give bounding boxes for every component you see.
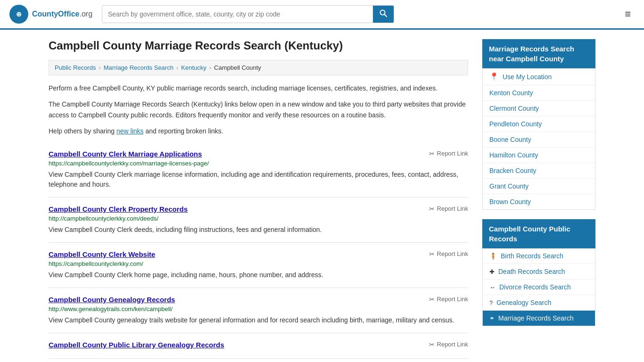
result-header-2: Campbell County Clerk Property Records ✂… [49, 205, 468, 213]
header: ⊕ CountyOffice.org ≡ [0, 0, 644, 30]
result-item-5: Campbell County Public Library Genealogy… [49, 333, 468, 359]
new-links-link[interactable]: new links [116, 127, 144, 135]
sidebar-item-pendleton[interactable]: Pendleton County [483, 116, 595, 132]
sidebar-item-divorce-records[interactable]: ↔ Divorce Records Search [483, 280, 595, 295]
sidebar-section2-list: 🧍 Birth Records Search ✚ Death Records S… [482, 248, 595, 326]
result-url-3[interactable]: https://campbellcountyclerkky.com/ [49, 260, 468, 267]
sidebar-item-clermont[interactable]: Clermont County [483, 101, 595, 116]
sidebar-item-grant[interactable]: Grant County [483, 179, 595, 194]
result-header-3: Campbell County Clerk Website ✂ Report L… [49, 250, 468, 258]
search-bar [102, 5, 394, 23]
description-1: Perform a free Campbell County, KY publi… [49, 83, 468, 93]
question-icon: ? [489, 299, 493, 306]
result-item-2: Campbell County Clerk Property Records ✂… [49, 197, 468, 243]
search-input[interactable] [102, 6, 373, 23]
search-button[interactable] [373, 6, 394, 23]
report-link-1[interactable]: ✂ Report Link [429, 150, 468, 157]
sidebar-section-nearby: Marriage Records Search near Campbell Co… [482, 39, 595, 210]
report-icon-1: ✂ [429, 150, 435, 157]
breadcrumb-link-marriage-records[interactable]: Marriage Records Search [104, 64, 173, 71]
sidebar-item-death-records[interactable]: ✚ Death Records Search [483, 264, 595, 280]
sidebar-item-bracken[interactable]: Bracken County [483, 163, 595, 179]
result-title-1[interactable]: Campbell County Clerk Marriage Applicati… [49, 150, 202, 158]
description-3: Help others by sharing new links and rep… [49, 126, 468, 136]
report-link-2[interactable]: ✂ Report Link [429, 205, 468, 213]
report-icon-2: ✂ [429, 205, 435, 213]
result-url-2[interactable]: http://campbellcountyclerkky.com/deeds/ [49, 215, 468, 222]
menu-button[interactable]: ≡ [621, 6, 635, 22]
report-icon-5: ✂ [429, 341, 435, 348]
sidebar-section1-header: Marriage Records Search near Campbell Co… [482, 39, 595, 68]
page-title: Campbell County Marriage Records Search … [49, 39, 468, 52]
sidebar-item-kenton[interactable]: Kenton County [483, 85, 595, 101]
result-header-1: Campbell County Clerk Marriage Applicati… [49, 150, 468, 158]
result-desc-3: View Campbell County Clerk home page, in… [49, 270, 468, 280]
result-item-1: Campbell County Clerk Marriage Applicati… [49, 142, 468, 197]
report-link-5[interactable]: ✂ Report Link [429, 341, 468, 348]
result-url-1[interactable]: https://campbellcountyclerkky.com/marria… [49, 160, 468, 167]
sidebar-item-hamilton[interactable]: Hamilton County [483, 148, 595, 163]
rings-icon: ⚭ [489, 315, 495, 322]
result-title-5[interactable]: Campbell County Public Library Genealogy… [49, 341, 224, 349]
header-right: ≡ [621, 6, 635, 22]
logo-icon: ⊕ [9, 5, 28, 24]
logo[interactable]: ⊕ CountyOffice.org [9, 5, 92, 24]
report-link-3[interactable]: ✂ Report Link [429, 250, 468, 258]
breadcrumb-current: Campbell County [214, 64, 261, 71]
breadcrumb: Public Records › Marriage Records Search… [49, 60, 468, 75]
person-icon: 🧍 [489, 253, 497, 260]
result-header-5: Campbell County Public Library Genealogy… [49, 341, 468, 349]
sidebar-use-location[interactable]: 📍 Use My Location [483, 68, 595, 85]
breadcrumb-link-public-records[interactable]: Public Records [55, 64, 96, 71]
main-container: Campbell County Marriage Records Search … [39, 30, 605, 362]
breadcrumb-link-kentucky[interactable]: Kentucky [181, 64, 206, 71]
result-title-2[interactable]: Campbell County Clerk Property Records [49, 205, 188, 213]
sidebar-item-genealogy[interactable]: ? Genealogy Search [483, 295, 595, 311]
report-icon-3: ✂ [429, 250, 435, 258]
result-desc-1: View Campbell County Clerk marriage lice… [49, 170, 468, 189]
sidebar-item-marriage-records[interactable]: ⚭ Marriage Records Search [483, 311, 595, 326]
result-desc-4: View Campbell County genealogy trails we… [49, 315, 468, 325]
sidebar-item-brown[interactable]: Brown County [483, 194, 595, 209]
cross-icon: ✚ [489, 268, 495, 275]
report-link-4[interactable]: ✂ Report Link [429, 296, 468, 303]
use-location-link[interactable]: Use My Location [503, 73, 552, 81]
content-area: Campbell County Marriage Records Search … [49, 39, 468, 359]
sidebar-section1-list: 📍 Use My Location Kenton County Clermont… [482, 68, 595, 210]
report-icon-4: ✂ [429, 296, 435, 303]
sidebar-item-boone[interactable]: Boone County [483, 132, 595, 148]
result-title-4[interactable]: Campbell County Genealogy Records [49, 296, 175, 304]
description-2: The Campbell County Marriage Records Sea… [49, 99, 468, 120]
result-header-4: Campbell County Genealogy Records ✂ Repo… [49, 296, 468, 304]
svg-text:⊕: ⊕ [16, 10, 22, 18]
logo-text: CountyOffice.org [32, 10, 92, 18]
result-title-3[interactable]: Campbell County Clerk Website [49, 250, 155, 258]
result-desc-2: View Campbell County Clerk deeds, includ… [49, 225, 468, 235]
pin-icon: 📍 [489, 72, 499, 81]
sidebar-section-public-records: Campbell County Public Records 🧍 Birth R… [482, 219, 595, 326]
result-item-4: Campbell County Genealogy Records ✂ Repo… [49, 288, 468, 333]
sidebar-section2-header: Campbell County Public Records [482, 219, 595, 248]
result-item-3: Campbell County Clerk Website ✂ Report L… [49, 243, 468, 288]
sidebar-item-birth-records[interactable]: 🧍 Birth Records Search [483, 248, 595, 264]
sidebar: Marriage Records Search near Campbell Co… [482, 39, 595, 359]
svg-line-3 [385, 15, 387, 17]
arrows-icon: ↔ [489, 284, 495, 291]
result-url-4[interactable]: http://www.genealogytrails.com/ken/campb… [49, 305, 468, 313]
